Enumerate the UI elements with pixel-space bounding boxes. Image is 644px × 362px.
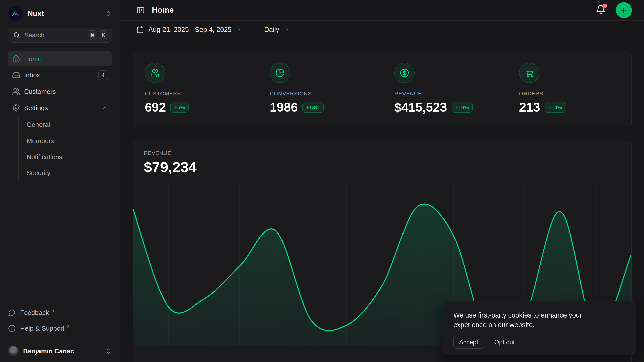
sidebar-collapse-button[interactable] — [136, 6, 145, 14]
search-icon — [13, 31, 20, 39]
sidebar-item-security[interactable]: Security — [27, 165, 112, 181]
nuxt-logo-icon — [8, 6, 23, 21]
stat-value: 213 — [519, 100, 540, 115]
stat-delta-badge: +6% — [170, 102, 189, 113]
search-placeholder: Search... — [24, 32, 86, 39]
chevrons-up-down-icon — [105, 348, 112, 355]
sidebar-item-general[interactable]: General — [27, 117, 112, 133]
stat-value: $415,523 — [394, 100, 447, 115]
period-label: Daily — [264, 26, 279, 34]
revenue-card-label: REVENUE — [144, 150, 620, 156]
users-icon — [12, 87, 20, 96]
sidebar-item-label: Settings — [24, 104, 101, 112]
cookie-accept-button[interactable]: Accept — [453, 336, 484, 349]
stat-label: CUSTOMERS — [145, 90, 248, 97]
sidebar: Nuxt Search... ⌘ K — [0, 0, 120, 362]
kbd-cmd: ⌘ — [88, 30, 97, 40]
page-title: Home — [152, 6, 174, 15]
chat-bubble-icon — [8, 309, 16, 316]
sidebar-item-label: Home — [24, 55, 108, 63]
period-select[interactable]: Daily — [264, 26, 290, 34]
stats-card: CUSTOMERS 692 +6% CONVERSIONS 1986 — [133, 52, 632, 127]
notification-dot — [602, 4, 607, 8]
workspace-switcher[interactable]: Nuxt — [8, 6, 112, 21]
stat-delta-badge: +14% — [545, 102, 566, 113]
sidebar-item-members[interactable]: Members — [27, 133, 112, 149]
help-support-link[interactable]: Help & Support — [8, 321, 112, 336]
sidebar-item-settings[interactable]: Settings — [8, 100, 112, 115]
sidebar-item-inbox[interactable]: Inbox 4 — [8, 68, 112, 83]
sidebar-item-label: Customers — [24, 88, 108, 96]
chevron-up-icon — [101, 105, 108, 111]
gear-icon — [12, 104, 20, 112]
page-header: Home — [120, 0, 644, 21]
inbox-icon — [12, 71, 20, 79]
stat-label: ORDERS — [519, 90, 622, 97]
kbd-k: K — [99, 30, 108, 40]
house-icon — [12, 55, 20, 63]
stat-delta-badge: +18% — [452, 102, 473, 113]
filters-toolbar: Aug 21, 2025 - Sep 4, 2025 Daily — [120, 21, 644, 39]
chevron-down-icon — [284, 27, 290, 33]
sidebar-item-customers[interactable]: Customers — [8, 84, 112, 99]
notifications-button[interactable] — [596, 5, 606, 16]
add-button[interactable] — [616, 2, 632, 18]
sidebar-nav: Home Inbox 4 Cus — [0, 51, 120, 305]
feedback-link[interactable]: Feedback — [8, 305, 112, 321]
chevrons-up-down-icon — [105, 10, 112, 17]
feedback-label: Feedback — [20, 309, 49, 317]
cookie-banner: We use first-party cookies to enhance yo… — [443, 301, 636, 355]
calendar-icon — [136, 26, 144, 33]
stat-label: CONVERSIONS — [270, 90, 372, 97]
cookie-message: We use first-party cookies to enhance yo… — [453, 310, 604, 330]
user-menu[interactable]: Benjamin Canac — [0, 340, 120, 362]
chevron-down-icon — [236, 27, 242, 33]
sidebar-item-label: Inbox — [24, 71, 98, 79]
inbox-count-badge: 4 — [98, 70, 108, 80]
date-range-label: Aug 21, 2025 - Sep 4, 2025 — [148, 26, 231, 34]
circle-dollar-icon — [394, 63, 415, 83]
pie-chart-icon — [270, 63, 290, 83]
plus-icon — [620, 6, 628, 14]
arrow-up-right-icon — [50, 309, 55, 313]
arrow-up-right-icon — [66, 324, 70, 329]
stat-label: REVENUE — [394, 90, 497, 97]
stat-conversions[interactable]: CONVERSIONS 1986 +13% — [258, 52, 382, 127]
settings-subnav: General Members Notifications Security — [18, 117, 112, 181]
users-icon — [145, 63, 165, 83]
user-avatar — [8, 346, 19, 356]
stat-delta-badge: +13% — [302, 102, 324, 113]
info-circle-icon — [8, 325, 16, 332]
sidebar-item-home[interactable]: Home — [8, 51, 112, 66]
workspace-name: Nuxt — [28, 10, 105, 18]
stat-orders[interactable]: ORDERS 213 +14% — [507, 52, 632, 127]
stat-value: 692 — [145, 100, 166, 115]
sidebar-footer: Feedback Help & Support — [0, 305, 120, 336]
revenue-card-value: $79,234 — [144, 159, 620, 175]
user-name: Benjamin Canac — [23, 347, 105, 355]
search-input[interactable]: Search... ⌘ K — [8, 28, 112, 43]
stat-revenue[interactable]: REVENUE $415,523 +18% — [382, 52, 507, 127]
date-range-picker[interactable]: Aug 21, 2025 - Sep 4, 2025 — [136, 26, 242, 34]
sidebar-item-notifications[interactable]: Notifications — [27, 149, 112, 165]
stat-value: 1986 — [270, 100, 298, 115]
shopping-cart-icon — [519, 63, 539, 83]
help-support-label: Help & Support — [20, 325, 64, 332]
stat-customers[interactable]: CUSTOMERS 692 +6% — [133, 52, 258, 127]
cookie-optout-button[interactable]: Opt out — [494, 339, 515, 346]
